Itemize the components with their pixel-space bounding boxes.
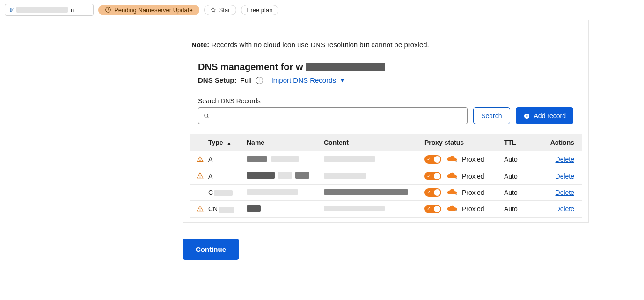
warning-icon [196,155,204,163]
cloud-icon [446,172,459,180]
proxy-toggle[interactable]: ✓ [424,155,441,164]
plan-label: Free plan [247,7,273,14]
add-record-button[interactable]: Add record [516,107,573,124]
status-pending-badge: Pending Nameserver Update [98,5,199,15]
dns-setup-row: DNS Setup: Full i Import DNS Records ▼ [198,76,573,84]
note-body: Records with no cloud icon use DNS resol… [209,41,429,49]
col-actions: Actions [537,134,582,151]
cell-name [242,151,319,168]
table-row[interactable]: CN ✓ [190,201,582,218]
cell-ttl: Auto [499,168,537,185]
cell-name [242,201,319,218]
continue-button[interactable]: Continue [183,239,239,260]
col-ttl[interactable]: TTL [499,134,537,151]
star-icon [210,7,216,13]
proxy-toggle[interactable]: ✓ [424,172,441,180]
plus-circle-icon [523,113,530,120]
search-icon [203,113,210,119]
cell-content [319,201,420,218]
table-header-row: Type ▲ Name Content Proxy status TTL Act… [190,134,582,151]
cell-ttl: Auto [499,201,537,218]
cell-name [242,168,319,185]
search-input[interactable] [210,112,462,120]
cell-ttl: Auto [499,151,537,168]
dns-heading-prefix: DNS management for w [198,62,303,72]
note-text: Note: Records with no cloud icon use DNS… [191,41,580,49]
proxy-status-label: Proxied [462,156,484,163]
proxy-toggle[interactable]: ✓ [424,188,441,197]
dns-heading-redacted [306,63,385,71]
cloud-icon [446,189,459,196]
delete-link[interactable]: Delete [556,156,574,163]
search-button[interactable]: Search [473,107,510,124]
table-row[interactable]: A ✓ [190,168,582,185]
info-icon[interactable]: i [256,77,263,84]
plan-badge[interactable]: Free plan [241,5,279,15]
dns-card: Note: Records with no cloud icon use DNS… [183,20,589,223]
svg-point-5 [200,210,200,210]
cell-type: A [204,168,242,185]
domain-name-redacted [16,7,68,13]
continue-wrap: Continue [183,239,589,260]
cell-ttl: Auto [499,185,537,201]
col-warning [190,134,204,151]
proxy-toggle[interactable]: ✓ [424,205,441,213]
content-area: Note: Records with no cloud icon use DNS… [0,20,644,260]
cloud-icon [446,156,459,163]
cell-type: A [204,151,242,168]
search-box[interactable] [198,107,468,124]
search-label: Search DNS Records [198,97,573,105]
import-dns-link[interactable]: Import DNS Records ▼ [271,76,345,84]
note-prefix: Note: [191,41,209,49]
svg-point-4 [200,177,200,177]
delete-link[interactable]: Delete [556,172,574,180]
clock-icon [105,7,111,13]
dns-heading: DNS management for w [198,62,573,72]
topbar: F n Pending Nameserver Update Star Free … [0,0,644,20]
continue-label: Continue [196,245,226,253]
cell-type: CN [204,201,242,218]
star-button[interactable]: Star [204,5,236,15]
status-pending-label: Pending Nameserver Update [114,7,193,14]
dns-setup-label: DNS Setup: [198,76,237,84]
search-button-label: Search [481,112,502,120]
table-row[interactable]: A ✓ [190,151,582,168]
proxy-cell: ✓ Proxied [424,155,495,164]
svg-point-1 [205,114,208,117]
cell-name [242,185,319,201]
proxy-status-label: Proxied [462,189,484,196]
delete-link[interactable]: Delete [556,189,574,196]
cloud-icon [446,205,459,213]
domain-name-tail: n [71,7,74,14]
proxy-status-label: Proxied [462,172,484,180]
chevron-down-icon: ▼ [340,78,345,83]
svg-point-3 [200,160,200,161]
table-row[interactable]: C ✓ [190,185,582,201]
logo-glyph: F [10,6,14,14]
sort-asc-icon: ▲ [227,141,232,146]
warning-icon [196,172,204,179]
search-row: Search Add record [198,107,573,124]
import-dns-label: Import DNS Records [271,76,336,84]
add-record-label: Add record [534,112,566,120]
col-type-label: Type [208,139,223,146]
cell-content [319,151,420,168]
delete-link[interactable]: Delete [556,205,574,213]
proxy-cell: ✓ Proxied [424,205,495,213]
col-content[interactable]: Content [319,134,420,151]
cell-type: C [204,185,242,201]
warning-icon [196,205,204,212]
proxy-cell: ✓ Proxied [424,172,495,180]
dns-records-table: Type ▲ Name Content Proxy status TTL Act… [190,134,582,218]
star-label: Star [219,7,230,14]
col-proxy[interactable]: Proxy status [420,134,499,151]
proxy-cell: ✓ Proxied [424,188,495,197]
cell-content [319,185,420,201]
domain-selector[interactable]: F n [5,4,94,16]
dns-setup-value: Full [241,76,252,84]
col-name[interactable]: Name [242,134,319,151]
col-type[interactable]: Type ▲ [204,134,242,151]
cell-content [319,168,420,185]
proxy-status-label: Proxied [462,205,484,213]
